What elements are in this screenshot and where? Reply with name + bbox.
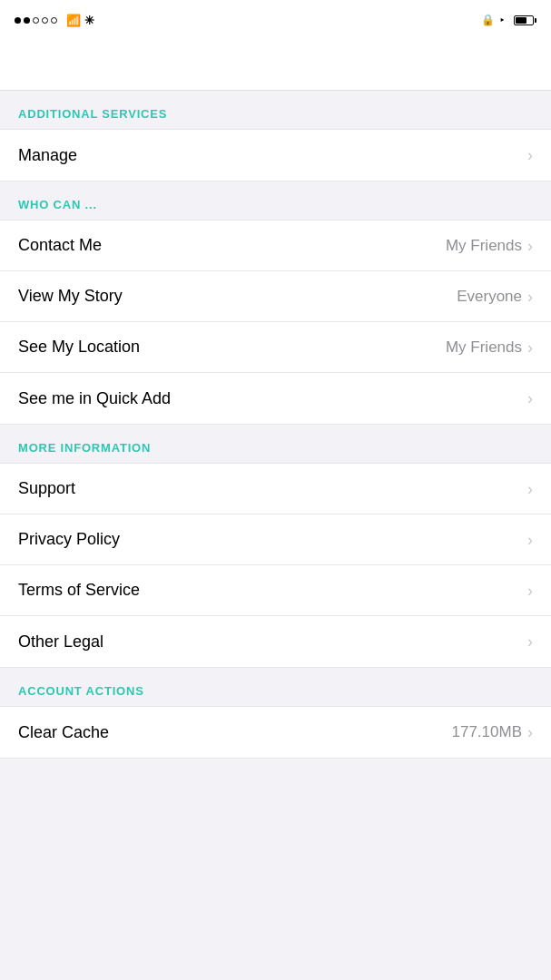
row-label-other-legal: Other Legal [18,632,103,652]
row-label-view-my-story: View My Story [18,287,123,306]
row-label-see-my-location: See My Location [18,338,140,357]
battery-fill [516,17,526,24]
row-value-contact-me: My Friends [446,237,522,255]
section-header-who-can: WHO CAN ... [0,181,551,220]
row-right-manage: › [527,147,533,163]
dot-4 [42,17,48,24]
settings-group-account-actions: Clear Cache177.10MB› [0,706,551,759]
battery-icon [514,15,536,25]
settings-group-who-can: Contact MeMy Friends›View My StoryEveryo… [0,220,551,425]
row-left-other-legal: Other Legal [18,632,103,652]
settings-row-other-legal[interactable]: Other Legal› [0,616,551,667]
dot-1 [15,17,21,24]
chevron-icon-contact-me: › [527,238,533,254]
section-header-label-account-actions: ACCOUNT ACTIONS [18,684,144,698]
row-label-terms-of-service: Terms of Service [18,581,140,600]
settings-row-view-my-story[interactable]: View My StoryEveryone› [0,271,551,322]
status-right: 🔒 ‣ [481,14,536,26]
status-left: 📶 ✳ [15,14,94,27]
row-left-see-in-quick-add: See me in Quick Add [18,389,171,408]
settings-row-privacy-policy[interactable]: Privacy Policy› [0,514,551,565]
row-right-support: › [527,481,533,497]
row-right-see-my-location: My Friends› [446,338,533,357]
section-header-additional-services: ADDITIONAL SERVICES [0,91,551,129]
section-header-account-actions: ACCOUNT ACTIONS [0,668,551,706]
row-right-other-legal: › [527,633,533,650]
settings-row-contact-me[interactable]: Contact MeMy Friends› [0,220,551,271]
row-right-clear-cache: 177.10MB› [452,723,534,741]
row-left-manage: Manage [18,146,77,165]
chevron-icon-see-my-location: › [527,339,533,356]
row-label-clear-cache: Clear Cache [18,723,109,742]
chevron-icon-privacy-policy: › [527,532,533,548]
section-header-more-information: MORE INFORMATION [0,425,551,463]
row-left-terms-of-service: Terms of Service [18,581,140,600]
row-right-terms-of-service: › [527,583,533,599]
settings-row-manage[interactable]: Manage› [0,130,551,181]
row-value-view-my-story: Everyone [457,288,522,306]
row-value-clear-cache: 177.10MB [452,723,523,741]
chevron-icon-see-in-quick-add: › [527,390,533,407]
row-left-see-my-location: See My Location [18,338,140,357]
settings-group-additional-services: Manage› [0,129,551,181]
settings-row-support[interactable]: Support› [0,464,551,514]
nav-icon: ‣ [499,15,505,26]
settings-group-more-information: Support›Privacy Policy›Terms of Service›… [0,463,551,668]
row-label-contact-me: Contact Me [18,236,102,255]
settings-row-clear-cache[interactable]: Clear Cache177.10MB› [0,707,551,758]
battery-body [514,15,534,25]
chevron-icon-support: › [527,481,533,497]
row-value-see-my-location: My Friends [446,338,522,357]
row-label-support: Support [18,479,75,498]
row-left-view-my-story: View My Story [18,287,123,306]
chevron-icon-manage: › [527,147,533,163]
settings-row-terms-of-service[interactable]: Terms of Service› [0,565,551,616]
nav-bar [0,40,551,91]
lock-icon: 🔒 [481,14,495,26]
row-left-clear-cache: Clear Cache [18,723,109,742]
chevron-icon-terms-of-service: › [527,583,533,599]
chevron-icon-clear-cache: › [527,724,533,740]
section-header-label-who-can: WHO CAN ... [18,198,97,211]
chevron-icon-view-my-story: › [527,289,533,305]
activity-icon: ✳ [84,14,94,27]
settings-row-see-in-quick-add[interactable]: See me in Quick Add› [0,373,551,424]
row-left-privacy-policy: Privacy Policy [18,530,120,549]
signal-dots [15,17,57,24]
row-left-support: Support [18,479,75,498]
row-right-contact-me: My Friends› [446,237,533,255]
dot-2 [24,17,30,24]
row-right-see-in-quick-add: › [527,390,533,407]
row-label-manage: Manage [18,146,77,165]
settings-row-see-my-location[interactable]: See My LocationMy Friends› [0,322,551,373]
dot-3 [33,17,39,24]
row-right-privacy-policy: › [527,532,533,548]
section-header-label-more-information: MORE INFORMATION [18,441,151,455]
row-right-view-my-story: Everyone› [457,288,533,306]
row-label-see-in-quick-add: See me in Quick Add [18,389,171,408]
chevron-icon-other-legal: › [527,633,533,650]
row-label-privacy-policy: Privacy Policy [18,530,120,549]
settings-container: ADDITIONAL SERVICESManage›WHO CAN ...Con… [0,91,551,759]
row-left-contact-me: Contact Me [18,236,102,255]
wifi-icon: 📶 [66,14,81,27]
battery-tip [535,18,536,23]
dot-5 [51,17,57,24]
status-bar: 📶 ✳ 🔒 ‣ [0,0,551,40]
section-header-label-additional-services: ADDITIONAL SERVICES [18,107,167,121]
